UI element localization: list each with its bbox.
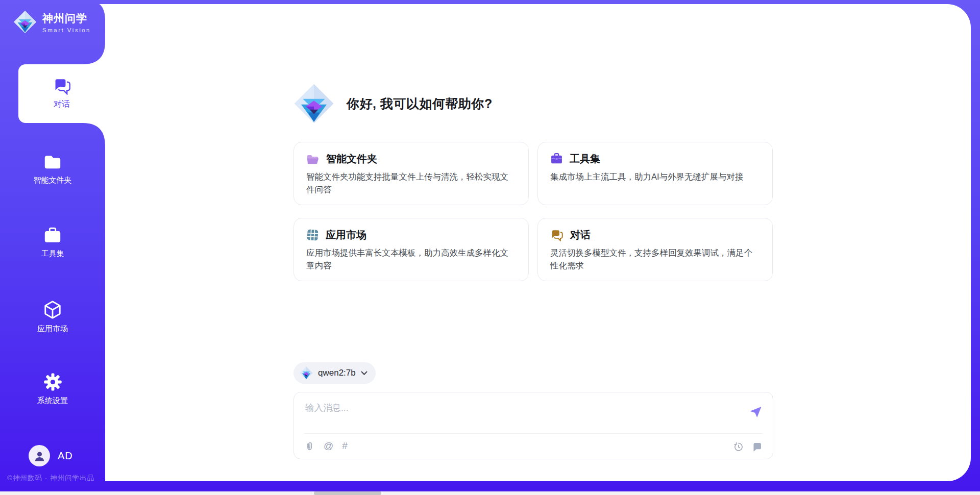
brand-logo-icon [13, 10, 37, 34]
main-panel: 你好, 我可以如何帮助你? 智能文件夹 智能文件夹功能支持批量文件上传与清洗，轻… [71, 4, 971, 481]
scrollbar-thumb[interactable] [314, 491, 381, 495]
toolbox-icon [550, 153, 563, 165]
sidebar-item-label: 对话 [54, 99, 70, 110]
folder-open-icon [306, 153, 320, 165]
brand-block: 神州问学 Smart Vision [13, 10, 91, 34]
card-description: 集成市场上主流工具，助力AI与外界无缝扩展与对接 [550, 170, 760, 183]
folder-icon [43, 153, 62, 171]
feature-card-smart-folder[interactable]: 智能文件夹 智能文件夹功能支持批量文件上传与清洗，轻松实现文件问答 [293, 142, 529, 205]
attachment-icon[interactable] [304, 441, 315, 452]
sidebar-item-label: 系统设置 [37, 396, 68, 406]
message-composer: @ # [293, 392, 773, 459]
greeting-logo-icon [293, 83, 334, 124]
message-input[interactable] [305, 400, 729, 415]
sidebar-item-toolkit[interactable]: 工具集 [0, 227, 105, 259]
topic-icon[interactable]: # [342, 440, 348, 452]
feature-card-toolkit[interactable]: 工具集 集成市场上主流工具，助力AI与外界无缝扩展与对接 [537, 142, 773, 205]
model-selector[interactable]: qwen2:7b [293, 362, 376, 384]
sidebar-item-app-market[interactable]: 应用市场 [0, 300, 105, 334]
briefcase-icon [43, 227, 62, 244]
chat-bubbles-icon [550, 229, 564, 241]
user-profile[interactable]: AD [29, 445, 73, 466]
brand-name: 神州问学 [42, 11, 91, 26]
brand-subtitle: Smart Vision [42, 27, 91, 33]
avatar [29, 445, 50, 466]
sidebar-item-chat[interactable]: 对话 [18, 64, 105, 123]
horizontal-scrollbar [0, 491, 980, 495]
sidebar-item-settings[interactable]: 系统设置 [0, 373, 105, 406]
app-grid-icon [306, 229, 319, 241]
feature-cards: 智能文件夹 智能文件夹功能支持批量文件上传与清洗，轻松实现文件问答 工具集 集成… [293, 142, 773, 281]
card-description: 应用市场提供丰富长文本模板，助力高效生成多样化文章内容 [306, 246, 516, 272]
greeting-title: 你好, 我可以如何帮助你? [347, 95, 493, 112]
sidebar-item-smart-folder[interactable]: 智能文件夹 [0, 153, 105, 185]
model-name: qwen2:7b [318, 368, 356, 378]
greeting-block: 你好, 我可以如何帮助你? [293, 83, 493, 124]
user-initials: AD [58, 450, 73, 462]
mention-icon[interactable]: @ [324, 440, 333, 452]
model-logo-icon [300, 366, 313, 380]
chat-icon [53, 78, 71, 95]
card-description: 智能文件夹功能支持批量文件上传与清洗，轻松实现文件问答 [306, 170, 516, 196]
person-icon [33, 450, 46, 462]
cube-icon [43, 300, 62, 319]
send-button[interactable] [749, 405, 763, 419]
sidebar-item-label: 应用市场 [37, 324, 68, 334]
history-icon[interactable] [733, 441, 744, 452]
chevron-down-icon [361, 371, 368, 376]
sidebar-item-label: 工具集 [41, 249, 64, 259]
card-title: 对话 [570, 228, 591, 242]
conversation-bubble-icon[interactable] [752, 441, 763, 452]
footer-credit: ©神州数码 · 神州问学出品 [7, 474, 94, 483]
sidebar-item-label: 智能文件夹 [34, 176, 72, 185]
feature-card-app-market[interactable]: 应用市场 应用市场提供丰富长文本模板，助力高效生成多样化文章内容 [293, 218, 529, 281]
gear-icon [43, 373, 62, 391]
card-title: 应用市场 [326, 228, 366, 242]
composer-divider [304, 433, 763, 434]
card-title: 智能文件夹 [326, 152, 377, 166]
card-title: 工具集 [570, 152, 600, 166]
send-icon [749, 405, 763, 419]
card-description: 灵活切换多模型文件，支持多样回复效果调试，满足个性化需求 [550, 246, 760, 272]
feature-card-chat[interactable]: 对话 灵活切换多模型文件，支持多样回复效果调试，满足个性化需求 [537, 218, 773, 281]
